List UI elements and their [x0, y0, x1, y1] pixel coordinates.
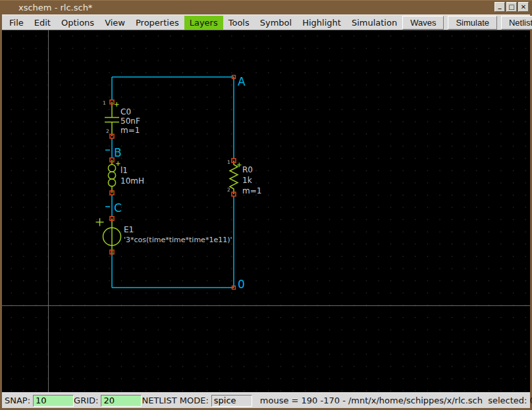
maximize-button[interactable]: □ [506, 2, 517, 12]
plus-polarity-glyph: + [236, 161, 242, 168]
component-inductor-l1[interactable]: + l1 10mH [108, 158, 144, 195]
waves-button[interactable]: Waves [402, 16, 444, 30]
menu-layers[interactable]: Layers [184, 16, 223, 30]
component-ref: E1 [124, 225, 134, 234]
component-vsource-e1[interactable]: E1 '3*cos(time*time*time*1e11)' [96, 217, 232, 254]
snap-input[interactable] [33, 395, 74, 407]
window-controls: _ □ ✕ [494, 2, 529, 12]
netlist-mode-label: NETLIST MODE: [142, 396, 208, 405]
plus-polarity-glyph: + [114, 101, 119, 108]
schematic-svg: 1 + 2 C0 50nF m=1 + l1 [2, 30, 530, 392]
pin-number: 2 [227, 187, 230, 193]
netlist-button[interactable]: Netlist [501, 16, 532, 30]
close-button[interactable]: ✕ [518, 2, 529, 12]
component-ref: l1 [120, 166, 128, 175]
component-resistor-r0[interactable]: 1 + 2 R0 1k m=1 [227, 159, 261, 196]
inductor-symbol [108, 160, 115, 193]
component-value: 10mH [120, 176, 144, 186]
menubar: File Edit Options View Properties Layers… [2, 14, 530, 30]
component-param: m=1 [120, 126, 140, 135]
component-param: m=1 [242, 186, 261, 195]
menu-highlight[interactable]: Highlight [297, 16, 346, 30]
menu-edit[interactable]: Edit [29, 16, 56, 30]
pin-number: 2 [106, 128, 109, 134]
minimize-button[interactable]: _ [494, 2, 505, 12]
grid-label: GRID: [74, 396, 98, 405]
component-ref: C0 [120, 107, 131, 116]
node-label-a[interactable]: A [238, 75, 246, 88]
menu-file[interactable]: File [4, 16, 29, 30]
component-value: 50nF [120, 116, 140, 126]
node-label-c[interactable]: C [114, 201, 122, 215]
component-capacitor-c0[interactable]: 1 + 2 C0 50nF m=1 [103, 100, 140, 138]
window-title: xschem - rlc.sch* [18, 3, 92, 13]
mouse-status-text: mouse = 190 -170 - /mnt/x/home/schippes/… [260, 396, 532, 405]
netlist-mode-input[interactable] [211, 395, 252, 407]
statusbar: SNAP: GRID: NETLIST MODE: mouse = 190 -1… [2, 392, 530, 408]
menu-options[interactable]: Options [56, 16, 99, 30]
component-value: 1k [242, 176, 252, 185]
component-value: '3*cos(time*time*time*1e11)' [124, 236, 232, 244]
node-label-0[interactable]: 0 [238, 278, 245, 291]
component-ref: R0 [242, 165, 253, 174]
vsource-symbol [96, 218, 121, 255]
menu-symbol[interactable]: Symbol [255, 16, 297, 30]
pin-number: 1 [227, 159, 230, 165]
menu-view[interactable]: View [99, 16, 130, 30]
schematic-canvas[interactable]: 1 + 2 C0 50nF m=1 + l1 [2, 30, 530, 392]
node-label-b[interactable]: B [114, 146, 122, 159]
menu-tools[interactable]: Tools [223, 16, 255, 30]
menu-properties[interactable]: Properties [130, 16, 184, 30]
simulate-button[interactable]: Simulate [448, 16, 497, 30]
grid-input[interactable] [101, 395, 142, 407]
snap-label: SNAP: [5, 396, 30, 405]
titlebar[interactable]: xschem - rlc.sch* _ □ ✕ [0, 0, 532, 14]
menu-simulation[interactable]: Simulation [346, 16, 402, 30]
pin-number: 1 [103, 100, 106, 106]
xschem-window: xschem - rlc.sch* _ □ ✕ File Edit Option… [0, 0, 532, 410]
